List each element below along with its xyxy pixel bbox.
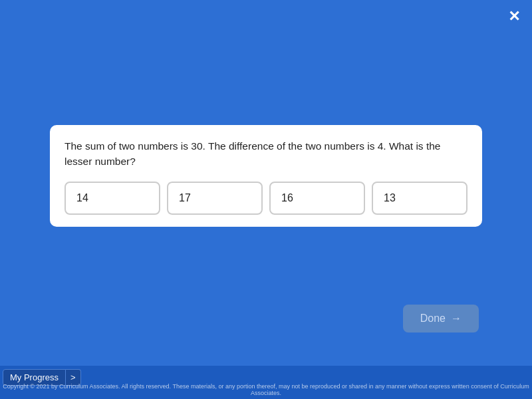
answer-option-d[interactable]: 13 (372, 182, 467, 215)
answer-option-b[interactable]: 17 (167, 182, 263, 215)
question-text: The sum of two numbers is 30. The differ… (65, 138, 467, 170)
my-progress-button[interactable]: My Progress > (3, 369, 81, 386)
answer-options-container: 14 17 16 13 (65, 182, 467, 215)
answer-option-a[interactable]: 14 (65, 182, 160, 215)
bottom-bar: My Progress > Copyright © 2021 by Curric… (0, 366, 532, 399)
close-button[interactable]: ✕ (508, 9, 520, 24)
done-label: Done (420, 313, 446, 325)
question-card: The sum of two numbers is 30. The differ… (50, 125, 482, 227)
done-arrow-icon: → (451, 313, 462, 325)
my-progress-label: My Progress (3, 369, 66, 386)
answer-option-c[interactable]: 16 (269, 182, 365, 215)
done-button[interactable]: Done → (403, 305, 479, 332)
my-progress-chevron-icon: > (66, 369, 81, 386)
